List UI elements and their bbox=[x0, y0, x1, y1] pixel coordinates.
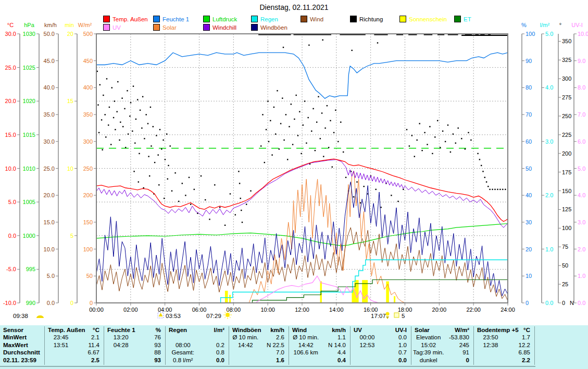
sunset-icon bbox=[386, 312, 390, 316]
stat-label: 00:00 bbox=[351, 334, 384, 341]
table-column-windb-en: Windböenkm/hØ 10 min.2.614:42N 22.57.01.… bbox=[229, 326, 289, 365]
sensor-unit: l/m² bbox=[214, 326, 224, 334]
wind-direction-dot bbox=[214, 184, 215, 185]
table-header-row: Temp. Außen°C bbox=[45, 326, 104, 334]
table-row: 12:3812.2 bbox=[474, 341, 534, 349]
wind-direction-dot bbox=[280, 123, 281, 124]
axis-tick-label-dir: 350 bbox=[562, 38, 571, 44]
axis-tick-label-press: 990 bbox=[26, 300, 35, 306]
sensor-name: UV bbox=[354, 326, 362, 334]
table-row: Tag:39 min.91 bbox=[411, 349, 473, 356]
wind-direction-dot bbox=[308, 45, 309, 46]
axis-tick-label-uv: 9.0 bbox=[578, 58, 585, 64]
axis-tick-label-windspeed: 30.0 bbox=[44, 138, 55, 145]
stat-value: 0.8 bbox=[216, 349, 224, 356]
stat-value: 0.2 bbox=[216, 341, 224, 349]
wind-direction-dot bbox=[156, 135, 157, 136]
axis-tick-label-uv: 8.0 bbox=[578, 84, 585, 91]
table-column-sensor: SensorMinWertMaxWertDurchschnitt02.11. 2… bbox=[0, 326, 45, 365]
wind-direction-dot bbox=[289, 126, 290, 127]
table-row: 2.2 bbox=[474, 357, 534, 364]
stat-value: 6.67 bbox=[88, 349, 99, 356]
wind-direction-dot bbox=[108, 124, 109, 125]
axis-tick-label-temp: 5.0 bbox=[8, 199, 16, 205]
x-axis-label: 02:00 bbox=[123, 307, 138, 313]
wind-direction-dot bbox=[224, 225, 226, 226]
sensor-name: Feuchte 1 bbox=[107, 326, 135, 334]
stat-label: Ø 10 min. bbox=[229, 334, 262, 341]
wind-direction-dot bbox=[285, 114, 286, 115]
table-row-header: Sensor bbox=[3, 326, 23, 334]
table-row: Ø 10 min.2.6 bbox=[229, 334, 289, 341]
wind-direction-dot bbox=[120, 122, 121, 123]
wind-direction-dot bbox=[106, 78, 107, 79]
axis-tick-label-temp: 10.0 bbox=[5, 166, 16, 172]
axis-tick-label-press: 1010 bbox=[23, 166, 35, 172]
table-row: Gesamt:0.8 bbox=[166, 349, 229, 356]
table-column-wind: Windkm/hØ 10 min.1.114:42N 14.0106.6 km4… bbox=[289, 326, 351, 365]
sunrise-icon bbox=[226, 313, 230, 317]
wind-direction-dot bbox=[119, 139, 120, 141]
wind-direction-dot bbox=[113, 117, 114, 118]
wind-direction-dot bbox=[190, 203, 191, 205]
stat-label: 23:50 bbox=[474, 334, 507, 341]
stat-value: 0.0 bbox=[216, 357, 224, 364]
wind-direction-dot bbox=[292, 144, 293, 145]
wind-direction-dot bbox=[304, 100, 305, 101]
table-row: 04:2893 bbox=[104, 341, 165, 349]
axis-tick-label-hum: 10 bbox=[526, 273, 532, 279]
sunset-time: 17:07 bbox=[371, 313, 386, 319]
axis-tick-label-uv: 10.0 bbox=[578, 31, 588, 37]
axis-tick-label-dir: 250 bbox=[562, 113, 571, 119]
sensor-name: Windböen bbox=[232, 326, 261, 334]
axis-tick-label-sunmin: 20 bbox=[67, 31, 73, 37]
wind-direction-dot bbox=[266, 129, 267, 130]
wind-direction-dot bbox=[327, 105, 328, 106]
stat-value: 2.5 bbox=[91, 357, 99, 364]
axis-tick-label-press: 1005 bbox=[23, 199, 35, 205]
axis-tick-label-dir: 150 bbox=[562, 188, 571, 194]
wind-direction-dot bbox=[315, 150, 316, 151]
axis-tick-label-uv: 0.0 bbox=[578, 300, 585, 306]
axis-tick-label-solar: 400 bbox=[83, 84, 93, 91]
wind-direction-dot bbox=[409, 145, 410, 146]
axis-tick-label-dir: 275 bbox=[562, 94, 571, 100]
x-axis-label: 16:00 bbox=[364, 307, 378, 313]
wind-direction-dot bbox=[114, 100, 115, 101]
wind-direction-dot bbox=[316, 122, 317, 123]
wind-direction-dot bbox=[105, 114, 106, 115]
axis-tick-label-windspeed: 40.0 bbox=[44, 84, 55, 91]
wind-direction-dot bbox=[461, 138, 462, 139]
wind-direction-dot bbox=[427, 144, 428, 145]
wind-direction-dot bbox=[487, 186, 489, 187]
axis-tick-label-rain: 2.0 bbox=[545, 192, 553, 198]
wind-direction-dot bbox=[321, 112, 322, 113]
wind-direction-dot bbox=[322, 40, 323, 41]
wind-direction-dot bbox=[246, 203, 247, 205]
wind-direction-dot bbox=[139, 153, 140, 154]
axis-tick-label-solar: 0 bbox=[90, 300, 93, 306]
wind-direction-dot bbox=[353, 196, 354, 197]
x-axis-label: 06:00 bbox=[192, 307, 207, 313]
axis-unit-sunmin: min bbox=[65, 22, 74, 28]
wind-direction-dot bbox=[127, 90, 128, 91]
wind-direction-dot bbox=[335, 110, 336, 111]
stat-label: 13:20 bbox=[104, 334, 137, 341]
stat-value: 6.85 bbox=[519, 349, 530, 356]
axis-north-label: N bbox=[570, 300, 574, 306]
weather-app-window: Dienstag, 02.11.2021 Temp. AußenFeuchte … bbox=[0, 0, 588, 369]
wind-direction-dot bbox=[333, 132, 334, 133]
wind-direction-dot bbox=[111, 87, 112, 88]
table-row: 14:42N 14.0 bbox=[289, 341, 350, 349]
wind-direction-dot bbox=[275, 133, 276, 134]
axis-tick-label-solar: 50 bbox=[86, 273, 93, 279]
table-row: 15:02245 bbox=[411, 341, 473, 349]
wind-direction-dot bbox=[468, 132, 469, 133]
wind-direction-dot bbox=[267, 100, 268, 101]
table-header-row: Bodentemp +5°C bbox=[474, 326, 534, 334]
wind-direction-dot bbox=[297, 135, 298, 136]
wind-direction-dot bbox=[273, 107, 274, 108]
wind-direction-dot bbox=[380, 207, 381, 208]
table-row: 0.4 bbox=[289, 357, 350, 364]
stat-value: 0.0 bbox=[398, 357, 407, 364]
